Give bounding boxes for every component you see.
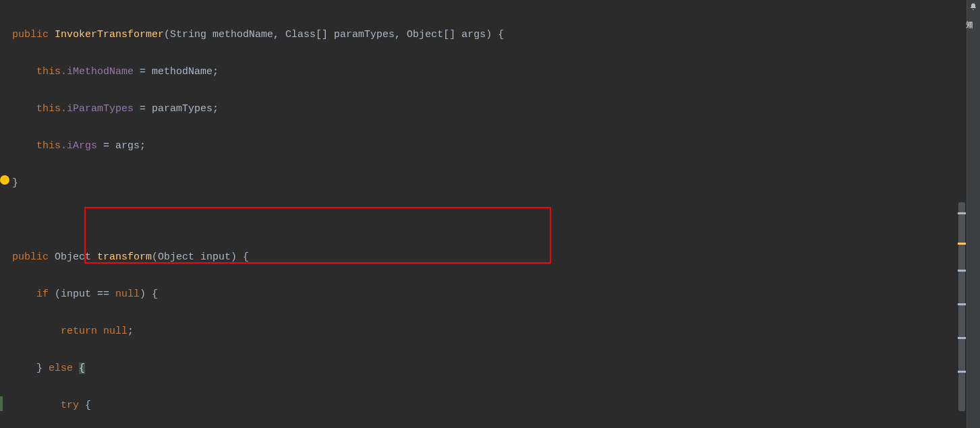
intention-bulb-icon[interactable] bbox=[0, 175, 9, 185]
code-line: if (input == null) { bbox=[12, 285, 980, 304]
code-line: try { bbox=[12, 396, 980, 415]
scrollbar-marker[interactable] bbox=[958, 371, 966, 373]
code-line bbox=[12, 211, 980, 230]
scrollbar-marker[interactable] bbox=[958, 337, 966, 339]
scrollbar-marker[interactable] bbox=[958, 243, 966, 245]
scrollbar-marker[interactable] bbox=[958, 212, 966, 214]
scrollbar-marker[interactable] bbox=[958, 303, 966, 305]
code-line: public Object transform(Object input) { bbox=[12, 248, 980, 267]
code-line: } bbox=[12, 174, 980, 193]
code-line: this.iMethodName = methodName; bbox=[12, 63, 980, 82]
code-line: return null; bbox=[12, 322, 980, 341]
notification-bell-icon[interactable] bbox=[969, 3, 977, 11]
matched-brace: { bbox=[79, 363, 85, 374]
scrollbar-thumb[interactable] bbox=[958, 202, 965, 411]
code-line: this.iArgs = args; bbox=[12, 137, 980, 156]
code-editor[interactable]: public InvokerTransformer(String methodN… bbox=[0, 0, 980, 428]
scrollbar-marker[interactable] bbox=[958, 270, 966, 272]
gutter-change-marker[interactable] bbox=[0, 396, 3, 411]
code-line: public InvokerTransformer(String methodN… bbox=[12, 26, 980, 44]
code-line: this.iParamTypes = paramTypes; bbox=[12, 100, 980, 119]
right-tool-panel: 通知 bbox=[967, 0, 980, 428]
code-line: } else { bbox=[12, 359, 980, 378]
